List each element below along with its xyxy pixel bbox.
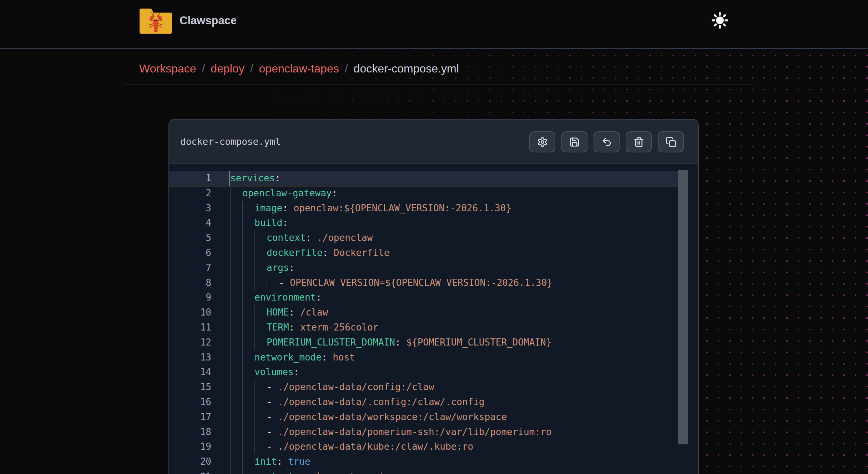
code-line[interactable]: 19- ./openclaw-data/kube:/claw/.kube:ro <box>169 439 678 454</box>
indent-guide <box>230 305 242 320</box>
code-line[interactable]: 14volumes: <box>169 365 678 380</box>
breadcrumb-separator: / <box>196 62 211 75</box>
line-content: - ./openclaw-data/workspace:/claw/worksp… <box>230 410 507 425</box>
undo-icon <box>601 137 612 147</box>
code-line[interactable]: 11TERM: xterm-256color <box>169 320 678 335</box>
line-content: openclaw-gateway: <box>230 186 337 201</box>
settings-button[interactable] <box>529 131 555 152</box>
indent-guide <box>230 276 242 291</box>
breadcrumb: Workspace / deploy / openclaw-tapes / do… <box>139 60 459 77</box>
indent-guide <box>242 425 254 440</box>
breadcrumb-separator: / <box>244 62 259 75</box>
code-line[interactable]: 10HOME: /claw <box>169 305 678 320</box>
app-logo <box>139 8 172 34</box>
line-number: 15 <box>169 380 211 395</box>
code-line[interactable]: 9environment: <box>169 290 678 305</box>
line-number: 7 <box>169 261 211 276</box>
code-line[interactable]: 8- OPENCLAW_VERSION=${OPENCLAW_VERSION:-… <box>169 276 678 291</box>
editor-card-header: docker-compose.yml <box>169 120 698 164</box>
indent-guide <box>242 276 254 291</box>
line-number: 6 <box>169 246 211 261</box>
line-content: HOME: /claw <box>230 305 328 320</box>
indent-guide <box>242 410 254 425</box>
line-content: init: true <box>230 454 311 469</box>
line-number: 17 <box>169 410 211 425</box>
indent-guide <box>254 380 267 395</box>
indent-guide <box>230 439 242 454</box>
save-button[interactable] <box>561 131 587 152</box>
indent-guide <box>254 261 267 276</box>
code-line[interactable]: 20init: true <box>169 454 678 469</box>
line-content: dockerfile: Dockerfile <box>230 246 389 261</box>
code-line[interactable]: 21restart: unless-stopped <box>169 469 678 474</box>
indent-guide <box>230 261 242 276</box>
save-icon <box>569 137 580 147</box>
line-content: POMERIUM_CLUSTER_DOMAIN: ${POMERIUM_CLUS… <box>230 335 551 350</box>
indent-guide <box>254 410 267 425</box>
line-content: network_mode: host <box>230 350 355 365</box>
line-content: - ./openclaw-data/config:/claw <box>230 380 434 395</box>
indent-guide <box>230 350 242 365</box>
code-line[interactable]: 4build: <box>169 216 678 231</box>
code-line[interactable]: 17- ./openclaw-data/workspace:/claw/work… <box>169 410 678 425</box>
indent-guide <box>242 201 254 216</box>
breadcrumb-current: docker-compose.yml <box>354 62 459 75</box>
code-line[interactable]: 6dockerfile: Dockerfile <box>169 246 678 261</box>
line-number: 10 <box>169 305 211 320</box>
indent-guide <box>230 186 242 201</box>
folder-lobster-icon <box>139 8 172 35</box>
copy-button[interactable] <box>658 131 684 152</box>
line-content: environment: <box>230 290 322 305</box>
line-number: 2 <box>169 186 211 201</box>
line-number: 8 <box>169 276 211 291</box>
indent-guide <box>242 246 254 261</box>
indent-guide <box>242 380 254 395</box>
code-line[interactable]: 3image: openclaw:${OPENCLAW_VERSION:-202… <box>169 201 678 216</box>
line-number: 18 <box>169 425 211 440</box>
indent-guide <box>242 335 254 350</box>
indent-guide <box>242 395 254 410</box>
indent-guide <box>254 320 267 335</box>
indent-guide <box>230 246 242 261</box>
indent-guide <box>242 469 254 474</box>
line-number: 9 <box>169 290 211 305</box>
undo-button[interactable] <box>594 131 620 152</box>
indent-guide <box>242 350 254 365</box>
code-line[interactable]: 18- ./openclaw-data/pomerium-ssh:/var/li… <box>169 425 678 440</box>
copy-icon <box>666 137 676 147</box>
indent-guide <box>254 425 267 440</box>
code-line[interactable]: 1services: <box>169 171 678 186</box>
editor-toolbar <box>529 131 684 152</box>
code-line[interactable]: 2openclaw-gateway: <box>169 186 678 201</box>
code-line[interactable]: 16- ./openclaw-data/.config:/claw/.confi… <box>169 395 678 410</box>
app-header: Clawspace <box>0 0 868 49</box>
breadcrumb-item[interactable]: openclaw-tapes <box>259 62 339 75</box>
indent-guide <box>230 335 242 350</box>
code-line[interactable]: 5context: ./openclaw <box>169 231 678 246</box>
indent-guide <box>242 365 254 380</box>
code-line[interactable]: 15- ./openclaw-data/config:/claw <box>169 380 678 395</box>
editor-scrollbar[interactable] <box>678 170 688 444</box>
indent-guide <box>254 439 267 454</box>
code-line[interactable]: 13network_mode: host <box>169 350 678 365</box>
breadcrumb-item[interactable]: deploy <box>211 62 244 75</box>
indent-guide <box>254 231 267 246</box>
editor-card: docker-compose.yml <box>168 119 699 474</box>
indent-guide <box>242 261 254 276</box>
line-number: 13 <box>169 350 211 365</box>
breadcrumb-divider <box>123 85 754 85</box>
indent-guide <box>230 320 242 335</box>
indent-guide <box>242 231 254 246</box>
code-editor[interactable]: 1services:2openclaw-gateway:3image: open… <box>169 164 698 474</box>
indent-guide <box>230 290 242 305</box>
delete-button[interactable] <box>626 131 652 152</box>
breadcrumb-item[interactable]: Workspace <box>139 62 196 75</box>
code-line[interactable]: 12POMERIUM_CLUSTER_DOMAIN: ${POMERIUM_CL… <box>169 335 678 350</box>
theme-toggle-button[interactable] <box>710 10 730 30</box>
line-number: 21 <box>169 469 211 474</box>
indent-guide <box>230 395 242 410</box>
indent-guide <box>254 395 267 410</box>
indent-guide <box>254 276 267 291</box>
indent-guide <box>254 335 267 350</box>
code-line[interactable]: 7args: <box>169 261 678 276</box>
